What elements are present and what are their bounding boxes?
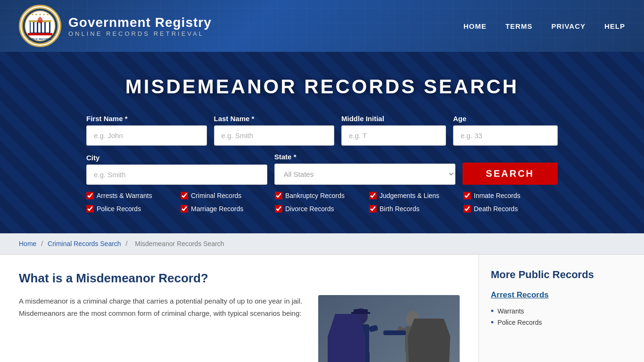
checkbox-item-7: Divorce Records bbox=[275, 205, 369, 213]
checkbox-item-6: Marriage Records bbox=[181, 205, 275, 213]
breadcrumb-current: Misdemeanor Records Search bbox=[135, 240, 224, 247]
checkbox-label-3: Judgements & Liens bbox=[380, 192, 439, 199]
svg-marker-19 bbox=[359, 329, 363, 334]
checkbox-birth-records[interactable] bbox=[369, 205, 377, 213]
warrants-link[interactable]: Warrants bbox=[497, 307, 524, 315]
city-label: City bbox=[86, 154, 267, 162]
svg-rect-29 bbox=[413, 351, 420, 362]
nav-help[interactable]: HELP bbox=[604, 22, 625, 30]
checkbox-label-8: Birth Records bbox=[380, 205, 420, 213]
age-label: Age bbox=[453, 115, 558, 123]
svg-rect-14 bbox=[318, 295, 460, 362]
middle-initial-group: Middle Initial bbox=[341, 115, 446, 146]
form-row-2: City State * All StatesAlabamaAlaskaAriz… bbox=[86, 153, 558, 185]
search-button[interactable]: SEARCH bbox=[462, 163, 558, 185]
checkbox-label-4: Inmate Records bbox=[474, 192, 520, 199]
svg-rect-20 bbox=[344, 325, 353, 332]
state-select[interactable]: All StatesAlabamaAlaskaArizonaArkansasCa… bbox=[274, 164, 455, 185]
breadcrumb-sep-1: / bbox=[41, 240, 45, 247]
site-subtitle: ONLINE RECORDS RETRIEVAL bbox=[68, 30, 212, 37]
checkbox-bankruptcy-records[interactable] bbox=[275, 192, 282, 199]
svg-rect-25 bbox=[405, 326, 420, 352]
svg-rect-8 bbox=[46, 22, 49, 33]
checkbox-label-1: Criminal Records bbox=[191, 192, 241, 199]
svg-rect-27 bbox=[419, 326, 428, 334]
checkbox-death-records[interactable] bbox=[463, 205, 471, 213]
checkbox-label-6: Marriage Records bbox=[191, 205, 243, 213]
sidebar-arrest-section: Arrest Records Warrants Police Records bbox=[491, 290, 632, 328]
list-item-warrants: Warrants bbox=[491, 305, 632, 317]
sidebar-arrest-list: Warrants Police Records bbox=[491, 305, 632, 328]
logo-text: Government Registry ONLINE RECORDS RETRI… bbox=[68, 15, 212, 37]
nav-terms[interactable]: TERMS bbox=[505, 22, 533, 30]
site-header: ★ ★ ★ ★ ★ PUBLIC RECORDS Government Regi… bbox=[0, 0, 644, 52]
form-row-1: First Name * Last Name * Middle Initial … bbox=[86, 115, 558, 146]
article-paragraph: A misdemeanor is a criminal charge that … bbox=[19, 295, 306, 319]
checkbox-judgements-&-liens[interactable] bbox=[369, 192, 377, 199]
age-input[interactable] bbox=[453, 125, 558, 146]
nav-home[interactable]: HOME bbox=[463, 22, 487, 30]
svg-rect-6 bbox=[38, 22, 41, 33]
breadcrumb-sep-2: / bbox=[126, 240, 130, 247]
checkbox-arrests-&-warrants[interactable] bbox=[86, 192, 94, 199]
checkbox-row: Arrests & WarrantsCriminal RecordsBankru… bbox=[86, 192, 558, 214]
logo-circle: ★ ★ ★ ★ ★ PUBLIC RECORDS bbox=[19, 5, 61, 47]
checkbox-item-9: Death Records bbox=[463, 205, 558, 213]
first-name-label: First Name * bbox=[86, 115, 207, 123]
main-content: What is a Misdemeanor Record? A misdemea… bbox=[0, 255, 644, 362]
article-inner: A misdemeanor is a criminal charge that … bbox=[19, 295, 460, 362]
content-left: What is a Misdemeanor Record? A misdemea… bbox=[0, 255, 479, 362]
svg-rect-10 bbox=[28, 33, 52, 35]
svg-rect-17 bbox=[351, 312, 370, 314]
svg-rect-4 bbox=[31, 22, 33, 33]
checkbox-marriage-records[interactable] bbox=[181, 205, 188, 213]
checkbox-item-5: Police Records bbox=[86, 205, 181, 213]
site-title: Government Registry bbox=[68, 15, 212, 30]
checkbox-inmate-records[interactable] bbox=[463, 192, 471, 199]
main-nav: HOME TERMS PRIVACY HELP bbox=[463, 22, 625, 30]
middle-initial-label: Middle Initial bbox=[341, 115, 446, 123]
checkbox-item-3: Judgements & Liens bbox=[369, 192, 463, 199]
checkbox-police-records[interactable] bbox=[86, 205, 94, 213]
nav-privacy[interactable]: PRIVACY bbox=[551, 22, 586, 30]
svg-rect-18 bbox=[352, 324, 369, 353]
article-image bbox=[318, 295, 460, 362]
state-label: State * bbox=[274, 153, 455, 161]
hero-title: MISDEMEANOR RECORDS SEARCH bbox=[19, 75, 625, 98]
middle-initial-input[interactable] bbox=[341, 125, 446, 146]
city-group: City bbox=[86, 154, 267, 185]
checkbox-label-7: Divorce Records bbox=[285, 205, 334, 213]
first-name-input[interactable] bbox=[86, 125, 207, 146]
arrest-photo bbox=[318, 295, 460, 362]
breadcrumb-criminal[interactable]: Criminal Records Search bbox=[48, 240, 121, 247]
checkbox-item-8: Birth Records bbox=[369, 205, 463, 213]
checkbox-criminal-records[interactable] bbox=[181, 192, 188, 199]
breadcrumb-home[interactable]: Home bbox=[19, 240, 36, 247]
list-item-police: Police Records bbox=[491, 317, 632, 328]
svg-rect-23 bbox=[362, 352, 370, 362]
last-name-label: Last Name * bbox=[214, 115, 335, 123]
svg-rect-7 bbox=[42, 22, 44, 33]
checkbox-item-2: Bankruptcy Records bbox=[275, 192, 369, 199]
checkbox-item-4: Inmate Records bbox=[463, 192, 558, 199]
breadcrumb: Home / Criminal Records Search / Misdeme… bbox=[0, 233, 644, 255]
checkbox-label-5: Police Records bbox=[97, 205, 141, 213]
police-records-link[interactable]: Police Records bbox=[497, 319, 542, 326]
hero-section: MISDEMEANOR RECORDS SEARCH First Name * … bbox=[0, 52, 644, 233]
city-input[interactable] bbox=[86, 165, 267, 185]
search-form: First Name * Last Name * Middle Initial … bbox=[86, 115, 558, 214]
checkbox-label-0: Arrests & Warrants bbox=[97, 192, 152, 199]
checkbox-label-2: Bankruptcy Records bbox=[285, 192, 345, 199]
last-name-input[interactable] bbox=[214, 125, 335, 146]
checkbox-item-1: Criminal Records bbox=[181, 192, 275, 199]
svg-text:★ ★ ★ ★ ★: ★ ★ ★ ★ ★ bbox=[31, 13, 49, 16]
sidebar-arrest-title[interactable]: Arrest Records bbox=[491, 290, 632, 300]
svg-rect-30 bbox=[383, 330, 406, 335]
sidebar-heading: More Public Records bbox=[491, 269, 632, 281]
article-heading: What is a Misdemeanor Record? bbox=[19, 271, 460, 286]
svg-rect-5 bbox=[34, 22, 37, 33]
last-name-group: Last Name * bbox=[214, 115, 335, 146]
svg-rect-22 bbox=[354, 352, 361, 362]
checkbox-divorce-records[interactable] bbox=[275, 205, 282, 213]
state-group: State * All StatesAlabamaAlaskaArizonaAr… bbox=[274, 153, 455, 185]
